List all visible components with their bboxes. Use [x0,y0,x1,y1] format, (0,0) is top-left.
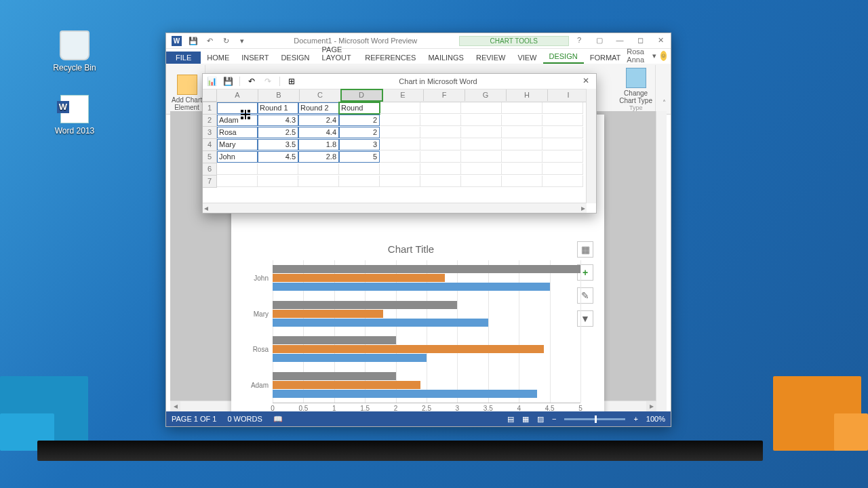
undo-icon[interactable]: ↶ [205,36,214,45]
column-header[interactable]: G [465,89,507,101]
cell[interactable] [542,176,583,187]
cell[interactable] [420,102,461,114]
cell[interactable] [420,151,461,163]
zoom-out-icon[interactable]: − [552,415,556,423]
cell[interactable] [380,127,420,138]
cell[interactable] [380,176,420,187]
cell[interactable] [461,102,502,114]
bar-round-3[interactable] [273,301,457,309]
row-header[interactable]: 6 [203,163,217,176]
cell[interactable] [502,115,542,126]
bar-round-3[interactable] [273,372,396,380]
column-header[interactable]: A [217,89,258,101]
cell[interactable] [380,115,420,126]
cell[interactable] [420,127,461,138]
cell[interactable]: 2.8 [298,151,339,163]
cell[interactable] [380,151,420,163]
minimize-icon[interactable]: — [610,34,630,47]
row-header[interactable]: 1 [203,102,217,115]
column-header[interactable]: E [382,89,424,101]
cell[interactable]: 1.8 [298,139,339,150]
row-header[interactable]: 7 [203,176,217,188]
cell[interactable] [542,139,583,150]
recycle-bin-icon[interactable]: Recycle Bin [51,30,98,73]
close-icon[interactable]: ✕ [650,34,671,47]
cell[interactable]: Round 2 [298,102,339,114]
horizontal-scrollbar[interactable]: ◂ ▸ [203,203,587,213]
cell[interactable]: 4.4 [298,127,339,138]
cell[interactable] [420,176,461,187]
redo-icon[interactable]: ↷ [263,77,273,86]
cell[interactable] [461,163,502,175]
tab-home[interactable]: HOME [201,52,235,64]
scroll-left-icon[interactable]: ◂ [170,401,180,411]
cell[interactable] [217,176,258,187]
bar-round-2[interactable] [273,345,544,353]
column-header[interactable]: H [507,89,548,101]
bar-round-3[interactable] [273,336,396,344]
cell[interactable] [502,151,542,163]
chart-title[interactable]: Chart Title [241,243,580,255]
cell[interactable]: 2.5 [258,127,298,138]
cell[interactable]: John [217,151,258,163]
zoom-in-icon[interactable]: + [633,415,637,423]
zoom-level[interactable]: 100% [646,415,665,423]
cell[interactable] [420,115,461,126]
cell[interactable] [420,163,461,175]
chart-object[interactable]: Chart Title JohnMaryRosaAdam 00.511.522.… [241,243,580,411]
bar-round-1[interactable] [273,390,537,398]
tab-review[interactable]: REVIEW [470,52,511,64]
cell[interactable] [298,163,339,175]
tab-page-layout[interactable]: PAGE LAYOUT [316,43,359,64]
cell[interactable] [461,151,502,163]
cell[interactable]: Mary [217,139,258,150]
cell[interactable] [217,163,258,175]
read-mode-icon[interactable]: ▦ [522,415,529,424]
column-header[interactable]: B [258,89,300,101]
cell[interactable] [339,176,380,187]
row-header[interactable]: 2 [203,115,217,127]
column-header[interactable]: C [300,89,341,101]
cell[interactable]: 3.5 [258,139,298,150]
select-all-cell[interactable] [203,89,217,102]
cell[interactable] [502,102,542,114]
cell[interactable] [461,139,502,150]
bar-round-1[interactable] [273,283,550,291]
undo-icon[interactable]: ↶ [247,77,256,86]
column-header[interactable]: D [341,89,382,101]
row-header[interactable]: 3 [203,127,217,139]
cell[interactable] [298,176,339,187]
smile-icon[interactable]: ☺ [660,51,667,61]
cell[interactable]: Rosa [217,127,258,138]
web-layout-icon[interactable]: ▨ [537,415,544,424]
cell[interactable] [461,127,502,138]
tab-chart-format[interactable]: FORMAT [584,52,627,64]
cell[interactable] [542,115,583,126]
vertical-scrollbar[interactable] [586,89,596,203]
cell[interactable] [380,102,420,114]
ribbon-options-icon[interactable]: ▢ [589,34,610,47]
open-excel-icon[interactable]: ⊞ [287,77,296,86]
cell[interactable]: 4.3 [258,115,298,126]
collapse-ribbon-icon[interactable]: ˄ [660,65,668,113]
maximize-icon[interactable]: ◻ [630,34,650,47]
column-header[interactable]: I [548,89,589,101]
row-header[interactable]: 4 [203,139,217,151]
cell[interactable] [339,163,380,175]
bar-round-2[interactable] [273,274,445,282]
cell[interactable]: 2 [339,127,380,138]
bar-round-1[interactable] [273,319,488,327]
cell[interactable] [502,127,542,138]
bar-round-3[interactable] [273,265,580,273]
cell[interactable] [542,102,583,114]
tab-mailings[interactable]: MAILINGS [422,52,470,64]
redo-icon[interactable]: ↻ [221,36,231,45]
bar-round-2[interactable] [273,310,383,318]
cell[interactable] [542,151,583,163]
save-icon[interactable]: 💾 [189,36,198,45]
cell[interactable] [502,139,542,150]
spreadsheet-area[interactable]: ABCDEFGHI1Round 1Round 2Round2Adam4.32.4… [203,89,596,188]
cell[interactable] [258,163,298,175]
cell[interactable]: Round 1 [258,102,298,114]
cell[interactable]: 2 [339,115,380,126]
